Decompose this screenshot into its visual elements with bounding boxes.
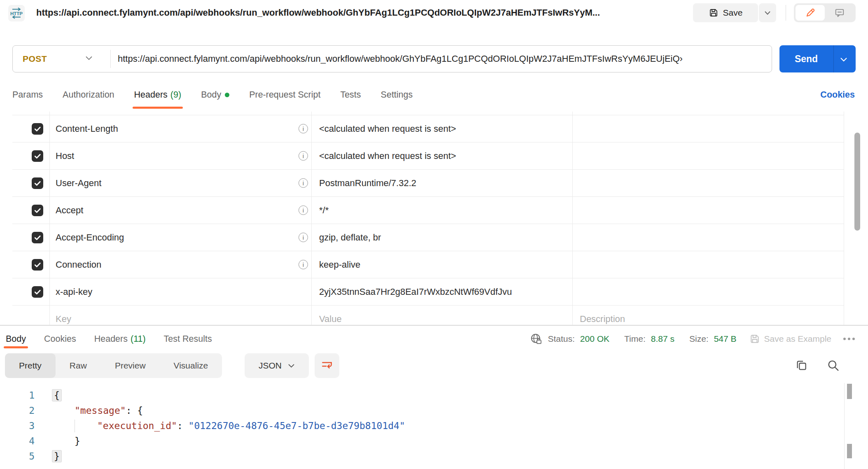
- header-checkbox[interactable]: [32, 259, 43, 271]
- new-key-input[interactable]: Key: [56, 306, 71, 325]
- editor-scrollbar-track: [844, 383, 845, 469]
- header-value-cell[interactable]: gzip, deflate, br: [319, 224, 381, 251]
- tab-headers[interactable]: Headers(9): [134, 81, 182, 109]
- size-label: Size:: [689, 334, 709, 344]
- info-icon: i: [299, 233, 308, 242]
- new-description-input[interactable]: Description: [580, 306, 625, 325]
- view-tab-visualize[interactable]: Visualize: [160, 353, 222, 378]
- time-value[interactable]: 8.87 s: [651, 334, 674, 344]
- view-tab-raw[interactable]: Raw: [56, 353, 101, 378]
- code-token: "message": [75, 405, 126, 416]
- header-row-x-api-key: x-api-key2yjX35tnnSaa7Hr2g8EaI7rWxbzcNtW…: [12, 278, 844, 306]
- topbar-divider: [786, 5, 786, 21]
- new-value-input[interactable]: Value: [319, 306, 342, 325]
- header-value-cell[interactable]: <calculated when request is sent>: [319, 142, 456, 170]
- editor-scrollbar-thumb[interactable]: [847, 444, 852, 458]
- header-value-cell[interactable]: PostmanRuntime/7.32.2: [319, 170, 416, 197]
- tab-settings[interactable]: Settings: [381, 81, 413, 109]
- line-number: 5: [0, 449, 35, 464]
- response-code[interactable]: 1{2"message": {3"execution_id": "0122670…: [0, 388, 844, 464]
- header-value-cell[interactable]: keep-alive: [319, 251, 360, 278]
- header-key-cell[interactable]: Connection: [56, 251, 101, 278]
- header-row-accept-encoding: Accept-Encodingigzip, deflate, br: [12, 224, 844, 251]
- line-number: 1: [0, 388, 35, 403]
- new-header-row: Key Value Description: [12, 306, 844, 325]
- header-checkbox[interactable]: [32, 232, 43, 243]
- header-row-accept: Accepti*/*: [12, 197, 844, 224]
- indent-guide: [75, 420, 75, 432]
- tab-pre-request-script[interactable]: Pre-request Script: [249, 81, 320, 109]
- editor-scrollbar-thumb[interactable]: [847, 384, 852, 399]
- header-row-connection: Connectionikeep-alive: [12, 251, 844, 278]
- tab-authorization[interactable]: Authorization: [63, 81, 114, 109]
- header-checkbox[interactable]: [32, 205, 43, 216]
- response-pane-divider[interactable]: [0, 325, 868, 326]
- header-value-cell[interactable]: */*: [319, 197, 329, 224]
- pencil-icon: [805, 7, 816, 18]
- send-options-chevron-icon[interactable]: [840, 57, 848, 62]
- size-value[interactable]: 547 B: [714, 334, 737, 344]
- method-selector[interactable]: POST: [23, 46, 47, 72]
- header-key-cell[interactable]: x-api-key: [56, 278, 92, 306]
- response-tab-body[interactable]: Body: [6, 326, 26, 352]
- active-tab-underline: [4, 346, 28, 348]
- copy-response-button[interactable]: [795, 359, 808, 372]
- header-key-cell[interactable]: Accept: [56, 197, 83, 224]
- main-scrollbar-thumb[interactable]: [854, 133, 860, 231]
- active-tab-underline: [133, 107, 183, 109]
- header-value-cell[interactable]: 2yjX35tnnSaa7Hr2g8EaI7rWxbzcNtWf69VdfJvu: [319, 278, 512, 306]
- save-button[interactable]: Save: [693, 3, 758, 22]
- view-tab-preview[interactable]: Preview: [101, 353, 160, 378]
- search-response-button[interactable]: [827, 359, 840, 372]
- more-options-icon[interactable]: [843, 338, 855, 340]
- format-select[interactable]: JSON: [245, 353, 309, 378]
- header-checkbox[interactable]: [32, 123, 43, 135]
- view-tab-pretty[interactable]: Pretty: [5, 353, 56, 378]
- edit-mode-button[interactable]: [796, 5, 825, 21]
- header-value-cell[interactable]: <calculated when request is sent>: [319, 115, 456, 142]
- send-button[interactable]: Send: [779, 45, 856, 72]
- tab-label: Authorization: [63, 90, 114, 100]
- response-tab-test-results[interactable]: Test Results: [164, 326, 212, 352]
- send-button-label: Send: [779, 45, 833, 72]
- response-view-tabs: PrettyRawPreviewVisualize: [5, 353, 222, 378]
- wrap-lines-button[interactable]: [315, 353, 339, 378]
- header-key-cell[interactable]: User-Agent: [56, 170, 101, 197]
- tab-label: Settings: [381, 90, 413, 100]
- comments-button[interactable]: [825, 5, 854, 21]
- line-number: 2: [0, 403, 35, 418]
- code-content: {: [35, 388, 62, 403]
- status-value[interactable]: 200 OK: [580, 334, 609, 344]
- info-icon: i: [299, 178, 308, 188]
- url-input[interactable]: https://api.connect.fylamynt.com/api/web…: [118, 46, 769, 72]
- header-key-cell[interactable]: Content-Length: [56, 115, 118, 142]
- save-as-example-button[interactable]: Save as Example: [749, 334, 831, 344]
- code-content: }: [35, 449, 62, 464]
- fold-marker[interactable]: {: [52, 389, 62, 401]
- save-options-button[interactable]: [759, 3, 776, 22]
- tab-tests[interactable]: Tests: [340, 81, 361, 109]
- column-divider: [49, 112, 50, 325]
- header-key-cell[interactable]: Host: [56, 142, 74, 170]
- header-checkbox[interactable]: [32, 177, 43, 189]
- tab-params[interactable]: Params: [12, 81, 43, 109]
- header-checkbox[interactable]: [32, 150, 43, 162]
- network-globe-icon[interactable]: [530, 333, 542, 345]
- header-checkbox[interactable]: [32, 286, 43, 298]
- tab-label: Headers: [94, 334, 128, 344]
- code-line-1: 1{: [0, 388, 844, 403]
- tab-body[interactable]: Body: [201, 81, 229, 109]
- header-key-cell[interactable]: Accept-Encoding: [56, 224, 124, 251]
- fold-marker[interactable]: }: [52, 450, 62, 462]
- request-tabs: ParamsAuthorizationHeaders(9)BodyPre-req…: [12, 81, 413, 109]
- method-chevron-icon[interactable]: [85, 56, 93, 61]
- cookies-link[interactable]: Cookies: [820, 81, 855, 109]
- response-tab-cookies[interactable]: Cookies: [44, 326, 76, 352]
- header-row-content-length: Content-Lengthi<calculated when request …: [12, 115, 844, 142]
- header-row-user-agent: User-AgentiPostmanRuntime/7.32.2: [12, 170, 844, 197]
- tab-label: Tests: [340, 90, 361, 100]
- headers-table: Content-Lengthi<calculated when request …: [12, 112, 844, 325]
- response-tab-headers[interactable]: Headers(11): [94, 326, 146, 352]
- tab-count: (9): [170, 90, 181, 100]
- line-number: 4: [0, 434, 35, 449]
